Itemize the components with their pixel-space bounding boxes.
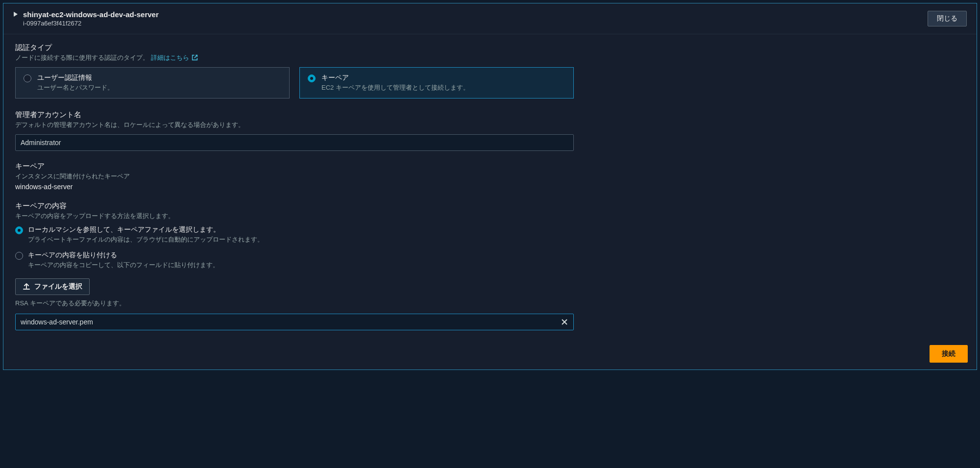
close-button[interactable]: 閉じる xyxy=(928,11,967,26)
svg-marker-0 xyxy=(14,12,18,17)
caret-right-icon[interactable] xyxy=(13,11,18,17)
keypair-helper: RSA キーペアである必要があります。 xyxy=(15,299,965,308)
admin-account-label: 管理者アカウント名 xyxy=(15,110,965,120)
option-title: キーペアの内容を貼り付ける xyxy=(28,251,219,260)
radio-icon xyxy=(24,74,31,82)
admin-account-desc: デフォルトの管理者アカウント名は、ロケールによって異なる場合があります。 xyxy=(15,121,965,129)
keypair-option-browse[interactable]: ローカルマシンを参照して、キーペアファイルを選択します。 プライベートキーファイ… xyxy=(15,225,965,244)
learn-more-link[interactable]: 詳細はこちら xyxy=(151,54,198,61)
keypair-option-paste[interactable]: キーペアの内容を貼り付ける キーペアの内容をコピーして、以下のフィールドに貼り付… xyxy=(15,251,965,270)
admin-account-input[interactable] xyxy=(15,134,574,151)
instance-name: shinyat-ec2-windows-ad-dev-ad-server xyxy=(23,10,159,19)
radio-icon xyxy=(15,252,23,260)
keypair-content-options: ローカルマシンを参照して、キーペアファイルを選択します。 プライベートキーファイ… xyxy=(15,225,965,270)
instance-id: i-0997a6ef3f41f2672 xyxy=(23,20,159,27)
option-desc: プライベートキーファイルの内容は、ブラウザに自動的にアップロードされます。 xyxy=(28,235,264,244)
keypair-label: キーペア xyxy=(15,162,965,171)
option-desc: キーペアの内容をコピーして、以下のフィールドに貼り付けます。 xyxy=(28,261,219,270)
tile-desc: ユーザー名とパスワード。 xyxy=(37,83,114,92)
close-icon xyxy=(561,319,568,325)
choose-file-button[interactable]: ファイルを選択 xyxy=(15,278,90,295)
keypair-value: windows-ad-server xyxy=(15,183,965,191)
clear-file-button[interactable] xyxy=(559,317,570,327)
auth-tile-user-credentials[interactable]: ユーザー認証情報 ユーザー名とパスワード。 xyxy=(15,67,290,99)
learn-more-text: 詳細はこちら xyxy=(151,54,189,61)
file-name-input[interactable] xyxy=(15,314,574,330)
external-link-icon xyxy=(192,54,198,61)
auth-type-desc: ノードに接続する際に使用する認証のタイプ。 詳細はこちら xyxy=(15,53,965,62)
radio-icon xyxy=(308,74,316,82)
tile-title: キーペア xyxy=(321,74,469,82)
file-input-row xyxy=(15,314,574,330)
connect-button[interactable]: 接続 xyxy=(930,345,968,363)
panel-body: 認証タイプ ノードに接続する際に使用する認証のタイプ。 詳細はこちら ユーザー認… xyxy=(3,34,977,339)
panel-header: shinyat-ec2-windows-ad-dev-ad-server i-0… xyxy=(3,3,977,34)
upload-icon xyxy=(23,283,30,291)
auth-tile-keypair[interactable]: キーペア EC2 キーペアを使用して管理者として接続します。 xyxy=(299,67,574,99)
keypair-content-label: キーペアの内容 xyxy=(15,201,965,211)
auth-type-label: 認証タイプ xyxy=(15,43,965,52)
choose-file-label: ファイルを選択 xyxy=(34,282,82,291)
tile-desc: EC2 キーペアを使用して管理者として接続します。 xyxy=(321,83,469,92)
option-title: ローカルマシンを参照して、キーペアファイルを選択します。 xyxy=(28,225,264,234)
panel-footer: 接続 xyxy=(3,339,977,369)
radio-icon xyxy=(15,226,23,234)
header-left: shinyat-ec2-windows-ad-dev-ad-server i-0… xyxy=(13,10,159,27)
keypair-content-desc: キーペアの内容をアップロードする方法を選択します。 xyxy=(15,212,965,221)
keypair-desc: インスタンスに関連付けられたキーペア xyxy=(15,172,965,181)
auth-type-tiles: ユーザー認証情報 ユーザー名とパスワード。 キーペア EC2 キーペアを使用して… xyxy=(15,67,574,99)
auth-type-desc-text: ノードに接続する際に使用する認証のタイプ。 xyxy=(15,54,149,61)
tile-title: ユーザー認証情報 xyxy=(37,74,114,82)
connect-panel: shinyat-ec2-windows-ad-dev-ad-server i-0… xyxy=(3,3,977,370)
